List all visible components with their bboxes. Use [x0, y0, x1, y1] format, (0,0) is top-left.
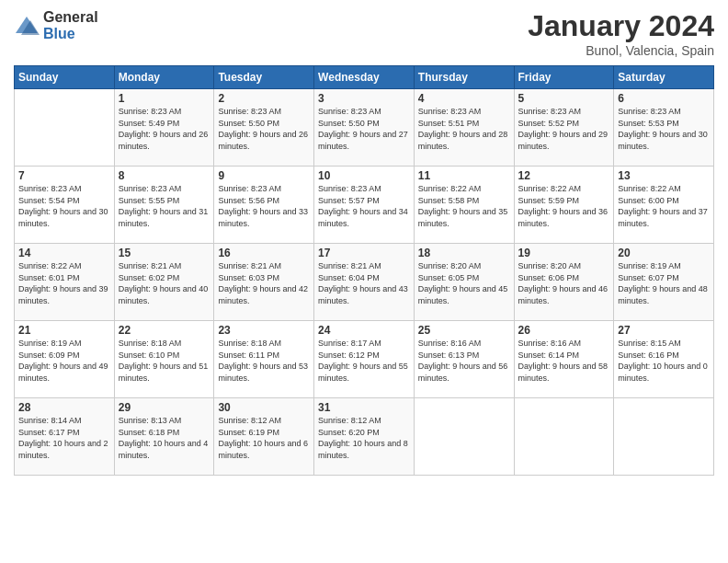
logo: General Blue [14, 9, 98, 41]
day-info: Sunrise: 8:13 AMSunset: 6:18 PMDaylight:… [119, 415, 210, 461]
day-cell: 4Sunrise: 8:23 AMSunset: 5:51 PMDaylight… [414, 89, 514, 167]
day-cell [614, 398, 714, 476]
day-number: 3 [318, 92, 410, 105]
month-title: January 2024 [528, 9, 714, 43]
calendar-table: SundayMondayTuesdayWednesdayThursdayFrid… [14, 65, 714, 476]
logo-blue: Blue [43, 26, 98, 42]
day-number: 19 [518, 247, 610, 259]
day-cell: 12Sunrise: 8:22 AMSunset: 5:59 PMDayligh… [514, 167, 614, 244]
day-number: 7 [18, 169, 110, 182]
day-number: 11 [418, 169, 510, 182]
day-cell: 27Sunrise: 8:15 AMSunset: 6:16 PMDayligh… [614, 321, 714, 398]
day-number: 2 [218, 92, 310, 105]
day-info: Sunrise: 8:23 AMSunset: 5:50 PMDaylight:… [218, 106, 310, 152]
day-number: 20 [618, 247, 710, 259]
day-info: Sunrise: 8:22 AMSunset: 6:01 PMDaylight:… [18, 260, 110, 306]
week-row-5: 28Sunrise: 8:14 AMSunset: 6:17 PMDayligh… [15, 398, 714, 476]
day-cell [15, 89, 115, 167]
day-info: Sunrise: 8:19 AMSunset: 6:09 PMDaylight:… [18, 338, 110, 384]
day-cell: 17Sunrise: 8:21 AMSunset: 6:04 PMDayligh… [314, 244, 415, 321]
day-header-saturday: Saturday [614, 66, 714, 89]
subtitle: Bunol, Valencia, Spain [528, 43, 714, 58]
day-number: 26 [518, 324, 610, 337]
day-info: Sunrise: 8:20 AMSunset: 6:05 PMDaylight:… [418, 260, 510, 306]
day-cell [414, 398, 514, 476]
day-info: Sunrise: 8:22 AMSunset: 6:00 PMDaylight:… [618, 183, 710, 229]
day-info: Sunrise: 8:23 AMSunset: 5:55 PMDaylight:… [119, 183, 210, 229]
day-number: 17 [318, 247, 410, 259]
day-number: 10 [318, 169, 410, 182]
day-number: 13 [618, 169, 710, 182]
day-cell: 23Sunrise: 8:18 AMSunset: 6:11 PMDayligh… [214, 321, 314, 398]
day-info: Sunrise: 8:15 AMSunset: 6:16 PMDaylight:… [618, 338, 710, 384]
day-info: Sunrise: 8:22 AMSunset: 5:59 PMDaylight:… [518, 183, 610, 229]
day-cell: 11Sunrise: 8:22 AMSunset: 5:58 PMDayligh… [414, 167, 514, 244]
day-cell: 15Sunrise: 8:21 AMSunset: 6:02 PMDayligh… [114, 244, 214, 321]
day-cell: 13Sunrise: 8:22 AMSunset: 6:00 PMDayligh… [614, 167, 714, 244]
day-cell: 25Sunrise: 8:16 AMSunset: 6:13 PMDayligh… [414, 321, 514, 398]
day-number: 6 [618, 92, 710, 105]
day-number: 12 [518, 169, 610, 182]
day-info: Sunrise: 8:12 AMSunset: 6:20 PMDaylight:… [318, 415, 410, 461]
page: General Blue January 2024 Bunol, Valenci… [0, 0, 728, 563]
day-cell [514, 398, 614, 476]
week-row-2: 7Sunrise: 8:23 AMSunset: 5:54 PMDaylight… [15, 167, 714, 244]
day-info: Sunrise: 8:21 AMSunset: 6:03 PMDaylight:… [218, 260, 310, 306]
day-cell: 24Sunrise: 8:17 AMSunset: 6:12 PMDayligh… [314, 321, 415, 398]
day-info: Sunrise: 8:19 AMSunset: 6:07 PMDaylight:… [618, 260, 710, 306]
day-cell: 3Sunrise: 8:23 AMSunset: 5:50 PMDaylight… [314, 89, 415, 167]
day-number: 23 [218, 324, 310, 337]
day-info: Sunrise: 8:23 AMSunset: 5:51 PMDaylight:… [418, 106, 510, 152]
day-header-monday: Monday [114, 66, 214, 89]
day-header-friday: Friday [514, 66, 614, 89]
day-cell: 16Sunrise: 8:21 AMSunset: 6:03 PMDayligh… [214, 244, 314, 321]
day-header-wednesday: Wednesday [314, 66, 415, 89]
day-cell: 5Sunrise: 8:23 AMSunset: 5:52 PMDaylight… [514, 89, 614, 167]
day-cell: 1Sunrise: 8:23 AMSunset: 5:49 PMDaylight… [114, 89, 214, 167]
day-info: Sunrise: 8:23 AMSunset: 5:53 PMDaylight:… [618, 106, 710, 152]
day-number: 27 [618, 324, 710, 337]
day-cell: 30Sunrise: 8:12 AMSunset: 6:19 PMDayligh… [214, 398, 314, 476]
day-info: Sunrise: 8:21 AMSunset: 6:04 PMDaylight:… [318, 260, 410, 306]
day-info: Sunrise: 8:22 AMSunset: 5:58 PMDaylight:… [418, 183, 510, 229]
calendar-header-row: SundayMondayTuesdayWednesdayThursdayFrid… [15, 66, 714, 89]
day-info: Sunrise: 8:16 AMSunset: 6:14 PMDaylight:… [518, 338, 610, 384]
day-header-sunday: Sunday [15, 66, 115, 89]
day-number: 18 [418, 247, 510, 259]
day-number: 4 [418, 92, 510, 105]
day-number: 9 [218, 169, 310, 182]
header: General Blue January 2024 Bunol, Valenci… [14, 9, 714, 58]
day-number: 15 [119, 247, 210, 259]
day-number: 16 [218, 247, 310, 259]
logo-general: General [43, 9, 98, 26]
day-info: Sunrise: 8:23 AMSunset: 5:57 PMDaylight:… [318, 183, 410, 229]
day-info: Sunrise: 8:17 AMSunset: 6:12 PMDaylight:… [318, 338, 410, 384]
day-cell: 28Sunrise: 8:14 AMSunset: 6:17 PMDayligh… [15, 398, 115, 476]
day-cell: 6Sunrise: 8:23 AMSunset: 5:53 PMDaylight… [614, 89, 714, 167]
day-cell: 8Sunrise: 8:23 AMSunset: 5:55 PMDaylight… [114, 167, 214, 244]
day-info: Sunrise: 8:18 AMSunset: 6:10 PMDaylight:… [119, 338, 210, 384]
day-info: Sunrise: 8:12 AMSunset: 6:19 PMDaylight:… [218, 415, 310, 461]
day-number: 1 [119, 92, 210, 105]
logo-icon [14, 13, 40, 39]
day-cell: 19Sunrise: 8:20 AMSunset: 6:06 PMDayligh… [514, 244, 614, 321]
day-number: 14 [18, 247, 110, 259]
day-number: 21 [18, 324, 110, 337]
logo-text: General Blue [43, 9, 98, 41]
week-row-1: 1Sunrise: 8:23 AMSunset: 5:49 PMDaylight… [15, 89, 714, 167]
day-cell: 31Sunrise: 8:12 AMSunset: 6:20 PMDayligh… [314, 398, 415, 476]
day-cell: 7Sunrise: 8:23 AMSunset: 5:54 PMDaylight… [15, 167, 115, 244]
day-header-tuesday: Tuesday [214, 66, 314, 89]
day-number: 22 [119, 324, 210, 337]
day-info: Sunrise: 8:20 AMSunset: 6:06 PMDaylight:… [518, 260, 610, 306]
day-info: Sunrise: 8:23 AMSunset: 5:54 PMDaylight:… [18, 183, 110, 229]
day-cell: 20Sunrise: 8:19 AMSunset: 6:07 PMDayligh… [614, 244, 714, 321]
week-row-3: 14Sunrise: 8:22 AMSunset: 6:01 PMDayligh… [15, 244, 714, 321]
day-cell: 14Sunrise: 8:22 AMSunset: 6:01 PMDayligh… [15, 244, 115, 321]
day-number: 31 [318, 401, 410, 414]
day-cell: 29Sunrise: 8:13 AMSunset: 6:18 PMDayligh… [114, 398, 214, 476]
day-info: Sunrise: 8:23 AMSunset: 5:50 PMDaylight:… [318, 106, 410, 152]
day-cell: 2Sunrise: 8:23 AMSunset: 5:50 PMDaylight… [214, 89, 314, 167]
day-info: Sunrise: 8:18 AMSunset: 6:11 PMDaylight:… [218, 338, 310, 384]
day-cell: 10Sunrise: 8:23 AMSunset: 5:57 PMDayligh… [314, 167, 415, 244]
